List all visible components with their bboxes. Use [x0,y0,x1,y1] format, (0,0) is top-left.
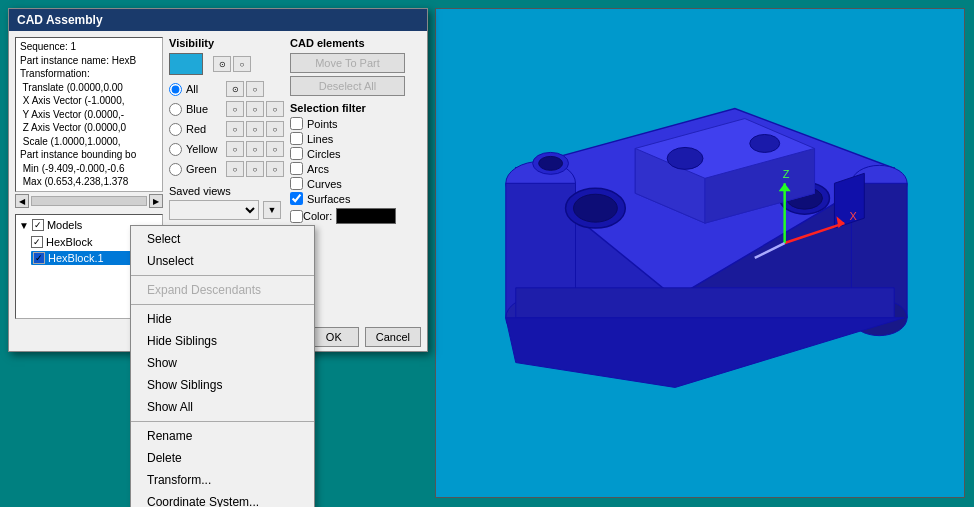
menu-show-all-label: Show All [147,400,193,414]
saved-views-down-btn[interactable]: ▼ [263,201,281,219]
3d-viewport[interactable]: X Z [435,8,965,498]
selection-filter-title: Selection filter [290,102,405,114]
menu-transform[interactable]: Transform... [131,469,314,491]
ok-button[interactable]: OK [309,327,359,347]
menu-coordinate-system[interactable]: Coordinate System... [131,491,314,507]
color-swatch[interactable] [169,53,203,75]
part-svg: X Z [436,9,964,497]
menu-hide[interactable]: Hide [131,308,314,330]
move-to-part-btn[interactable]: Move To Part [290,53,405,73]
filter-points-checkbox[interactable] [290,117,303,130]
color-select-box[interactable] [336,208,396,224]
filter-circles[interactable]: Circles [290,147,405,160]
radio-all-label: All [186,83,226,95]
radio-green-label: Green [186,163,226,175]
menu-select[interactable]: Select [131,228,314,250]
filter-surfaces[interactable]: Surfaces [290,192,405,205]
svg-marker-25 [516,288,894,318]
hexblock1-label: HexBlock.1 [48,252,104,264]
radio-blue[interactable]: Blue ○ ○ ○ [169,101,284,117]
saved-views-dropdown[interactable] [169,200,259,220]
scroll-right-btn[interactable]: ▶ [149,194,163,208]
filter-curves-checkbox[interactable] [290,177,303,190]
radio-red[interactable]: Red ○ ○ ○ [169,121,284,137]
filter-surfaces-checkbox[interactable] [290,192,303,205]
context-menu: Select Unselect Expand Descendants Hide … [130,225,315,507]
all-vis-2[interactable]: ○ [246,81,264,97]
cad-elements-title: CAD elements [290,37,405,49]
menu-rename-label: Rename [147,429,192,443]
hexblock-checkbox[interactable] [31,236,43,248]
filter-color-checkbox[interactable] [290,210,303,223]
selection-filter-section: Selection filter Points Lines Circles Ar… [290,102,405,224]
scroll-left-btn[interactable]: ◀ [15,194,29,208]
svg-point-23 [750,134,780,152]
red-vis-3[interactable]: ○ [266,121,284,137]
menu-show[interactable]: Show [131,352,314,374]
vis-icon-1[interactable]: ⊙ [213,56,231,72]
radio-yellow-input[interactable] [169,143,182,156]
cancel-button[interactable]: Cancel [365,327,421,347]
models-label: Models [47,219,82,231]
filter-color-row[interactable]: Color: [290,208,405,224]
info-scrollbar[interactable]: ◀ ▶ [15,194,163,208]
saved-views-section: Saved views ▼ [169,185,284,220]
deselect-all-btn[interactable]: Deselect All [290,76,405,96]
radio-green-input[interactable] [169,163,182,176]
hexblock1-checkbox[interactable] [33,252,45,264]
models-checkbox[interactable] [32,219,44,231]
radio-green[interactable]: Green ○ ○ ○ [169,161,284,177]
svg-text:Z: Z [783,168,790,180]
menu-select-label: Select [147,232,180,246]
yellow-vis-1[interactable]: ○ [226,141,244,157]
scroll-track[interactable] [31,196,147,206]
green-vis-3[interactable]: ○ [266,161,284,177]
red-vis-2[interactable]: ○ [246,121,264,137]
radio-all[interactable]: All ⊙ ○ [169,81,284,97]
separator-2 [131,304,314,305]
red-vis-1[interactable]: ○ [226,121,244,137]
svg-point-12 [574,194,618,222]
filter-circles-checkbox[interactable] [290,147,303,160]
svg-text:X: X [849,210,857,222]
blue-vis-1[interactable]: ○ [226,101,244,117]
filter-lines-label: Lines [307,133,333,145]
green-vis-1[interactable]: ○ [226,161,244,177]
menu-rename[interactable]: Rename [131,425,314,447]
blue-vis-2[interactable]: ○ [246,101,264,117]
radio-yellow-label: Yellow [186,143,226,155]
hexblock-label: HexBlock [46,236,92,248]
yellow-vis-3[interactable]: ○ [266,141,284,157]
all-vis-1[interactable]: ⊙ [226,81,244,97]
menu-unselect[interactable]: Unselect [131,250,314,272]
filter-color-label: Color: [303,210,332,222]
filter-arcs-label: Arcs [307,163,329,175]
vis-icon-2[interactable]: ○ [233,56,251,72]
visibility-title: Visibility [169,37,284,49]
radio-yellow[interactable]: Yellow ○ ○ ○ [169,141,284,157]
filter-lines-checkbox[interactable] [290,132,303,145]
menu-show-siblings[interactable]: Show Siblings [131,374,314,396]
separator-3 [131,421,314,422]
filter-lines[interactable]: Lines [290,132,405,145]
green-vis-2[interactable]: ○ [246,161,264,177]
filter-surfaces-label: Surfaces [307,193,350,205]
filter-circles-label: Circles [307,148,341,160]
svg-point-18 [539,156,563,170]
radio-blue-input[interactable] [169,103,182,116]
menu-delete[interactable]: Delete [131,447,314,469]
radio-red-input[interactable] [169,123,182,136]
radio-red-label: Red [186,123,226,135]
blue-vis-3[interactable]: ○ [266,101,284,117]
yellow-vis-2[interactable]: ○ [246,141,264,157]
menu-hide-siblings-label: Hide Siblings [147,334,217,348]
filter-curves[interactable]: Curves [290,177,405,190]
menu-show-all[interactable]: Show All [131,396,314,418]
filter-arcs-checkbox[interactable] [290,162,303,175]
menu-hide-siblings[interactable]: Hide Siblings [131,330,314,352]
filter-points[interactable]: Points [290,117,405,130]
filter-arcs[interactable]: Arcs [290,162,405,175]
radio-all-input[interactable] [169,83,182,96]
menu-expand-descendants[interactable]: Expand Descendants [131,279,314,301]
svg-point-22 [667,147,703,169]
